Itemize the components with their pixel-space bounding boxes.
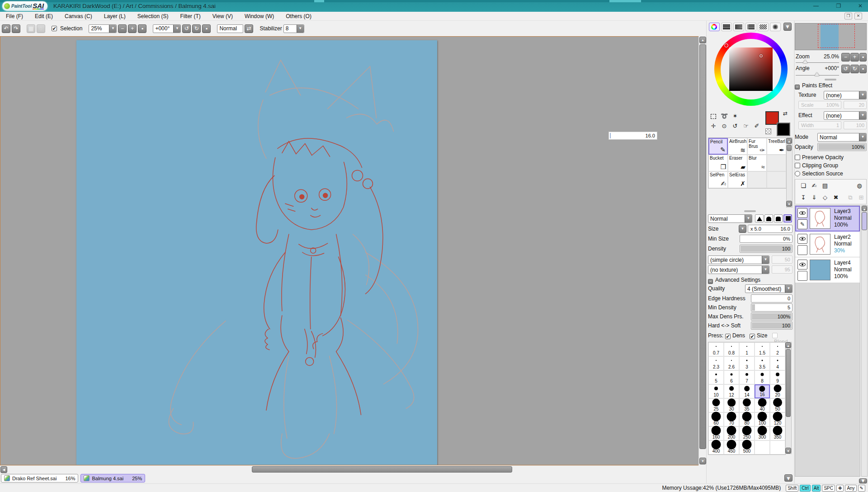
sv-cursor[interactable] <box>760 54 763 57</box>
preserve-opacity-checkbox[interactable] <box>795 155 800 160</box>
scroll-up-icon[interactable]: ▲ <box>699 37 706 43</box>
zoom-tool[interactable]: ⊙ <box>720 122 729 131</box>
doc-tab-drako-ref-sheet-sai[interactable]: Drako Ref Sheet.sai16% <box>1 474 78 483</box>
layer-texture-combo[interactable]: (none) ▼ <box>824 91 867 99</box>
swap-icon[interactable]: ⇄ <box>245 24 253 33</box>
brush-size-2[interactable]: 2 <box>770 342 785 356</box>
brush-size-16[interactable]: 16 <box>755 384 770 398</box>
brush-size-100[interactable]: 100 <box>755 412 770 426</box>
tool-bucket[interactable]: Bucket❒ <box>708 155 728 171</box>
size-unit-button[interactable]: ▼ <box>739 225 746 233</box>
layers-scrollbar[interactable]: ▲ <box>861 205 868 477</box>
saturation-value-square[interactable] <box>729 47 773 91</box>
menu-selection[interactable]: Selection (S) <box>132 12 175 20</box>
navigator-viewport-rect[interactable] <box>818 24 855 48</box>
paste-layer-button[interactable]: ⧉ <box>846 193 855 202</box>
brush-size-120[interactable]: 120 <box>770 412 785 426</box>
layer-edit-indicator[interactable] <box>797 245 807 255</box>
brush-size-4[interactable]: 4 <box>770 356 785 370</box>
chevron-down-icon[interactable]: ▼ <box>859 91 866 99</box>
brush-size-0.8[interactable]: 0.8 <box>724 342 739 356</box>
layer-mask-button[interactable]: ◍ <box>855 181 864 190</box>
brush-size-350[interactable]: 350 <box>770 426 785 440</box>
nav-zoom-reset-button[interactable]: ▪ <box>859 53 867 62</box>
zoom-in-button[interactable]: + <box>128 24 137 33</box>
brush-size-300[interactable]: 300 <box>755 426 770 440</box>
chevron-down-icon[interactable]: ▼ <box>173 25 180 33</box>
brush-size-400[interactable]: 400 <box>708 440 724 454</box>
layer-item-layer4[interactable]: Layer4Normal100% <box>795 257 860 283</box>
brush-size-20[interactable]: 20 <box>770 384 785 398</box>
chevron-down-icon[interactable]: ▼ <box>785 285 792 293</box>
vertical-scroll-thumb[interactable] <box>699 44 706 449</box>
new-layer-button[interactable]: ❏ <box>799 181 808 190</box>
zoom-reset-button[interactable]: ▪ <box>138 24 146 33</box>
tool-grid-scrollbar[interactable]: ▲ ▼ <box>786 137 793 208</box>
clipping-group-checkbox[interactable] <box>795 163 800 168</box>
scroll-up-icon[interactable]: ▲ <box>862 206 867 211</box>
brush-size-80[interactable]: 80 <box>739 412 755 426</box>
new-linework-layer-button[interactable]: ✍ <box>810 181 819 190</box>
brush-texture-combo[interactable]: (no texture) ▼ <box>708 265 769 274</box>
chevron-down-icon[interactable]: ▼ <box>859 112 866 119</box>
brush-size-2.6[interactable]: 2.6 <box>724 356 739 370</box>
brush-size-35[interactable]: 35 <box>739 398 755 412</box>
size-grid-scrollbar[interactable]: ▲ ▼ <box>785 342 792 454</box>
tool-scroll-thumb[interactable] <box>787 145 792 151</box>
brush-size-500[interactable]: 500 <box>739 440 755 454</box>
doc-tab-balmung-4-sai[interactable]: Balmung 4.sai25% <box>80 474 145 483</box>
brush-size-9[interactable]: 9 <box>770 370 785 384</box>
layer-effect-combo[interactable]: (none) ▼ <box>824 111 867 120</box>
brush-shape-combo[interactable]: (simple circle) ▼ <box>708 255 769 264</box>
angle-reset-button[interactable]: ▪ <box>202 24 211 33</box>
tool-pencil[interactable]: Pencil✎ <box>708 138 728 155</box>
advanced-settings-header[interactable]: −Advanced Settings <box>708 277 760 284</box>
scroll-down-icon[interactable]: ▼ <box>785 448 791 454</box>
hue-cursor[interactable] <box>724 43 728 47</box>
stabilizer-combo[interactable]: 8 ▼ <box>283 24 304 33</box>
layers-scroll-thumb[interactable] <box>862 212 867 230</box>
layer-visibility-toggle[interactable] <box>797 260 807 270</box>
layer-visibility-toggle[interactable] <box>797 208 807 218</box>
color-wheel-tab[interactable] <box>709 23 720 31</box>
selection-mode-combo[interactable]: Normal <box>217 24 243 33</box>
brush-edge-hard-button[interactable] <box>764 214 773 222</box>
scroll-left-icon[interactable]: ◀ <box>0 466 7 473</box>
column-bottom-menu-button[interactable]: ▼ <box>784 474 793 482</box>
chevron-down-icon[interactable]: ▼ <box>109 25 116 33</box>
move-tool[interactable]: ✛ <box>709 122 718 131</box>
nav-rotate-ccw-button[interactable]: ↺ <box>841 65 850 73</box>
chevron-down-icon[interactable]: ▼ <box>859 133 866 141</box>
selection-invert-button[interactable]: ◌ <box>37 24 45 33</box>
press-blend-checkbox[interactable] <box>772 333 778 338</box>
panel-menu-button[interactable]: ▼ <box>783 23 792 31</box>
brush-size-0.7[interactable]: 0.7 <box>708 342 724 356</box>
layer-edit-indicator[interactable] <box>797 271 807 281</box>
brush-edge-softest-button[interactable] <box>783 214 792 222</box>
brush-size-50[interactable]: 50 <box>770 398 785 412</box>
horizontal-scrollbar[interactable]: ◀ <box>0 465 698 473</box>
brush-size-14[interactable]: 14 <box>739 384 755 398</box>
scroll-up-icon[interactable]: ▲ <box>785 342 791 348</box>
min-size-field[interactable]: 0% <box>740 235 793 243</box>
tool-selpen[interactable]: SelPen✍ <box>708 171 728 188</box>
mdi-restore-button[interactable]: ❐ <box>844 13 852 19</box>
brush-size-40[interactable]: 40 <box>755 398 770 412</box>
brush-size-70[interactable]: 70 <box>724 412 739 426</box>
rect-select-tool[interactable] <box>709 112 718 121</box>
brush-size-3.5[interactable]: 3.5 <box>755 356 770 370</box>
press-dens-checkbox[interactable]: ✔ <box>725 334 731 339</box>
menu-others[interactable]: Others (O) <box>280 12 317 20</box>
clear-layer-button[interactable]: ◇ <box>821 193 830 202</box>
selection-checkbox[interactable]: ✔ <box>52 26 57 31</box>
tool-fur-brus[interactable]: Fur Brus✑ <box>747 138 767 155</box>
eyedropper-tool[interactable]: ✐ <box>752 122 761 131</box>
tool-seleras[interactable]: SelEras✗ <box>728 171 747 188</box>
menu-canvas[interactable]: Canvas (C) <box>59 12 98 20</box>
panel-divider-grip[interactable] <box>744 210 756 212</box>
chevron-down-icon[interactable]: ▼ <box>762 266 769 274</box>
navigator-preview[interactable] <box>795 23 867 50</box>
size-scroll-thumb[interactable] <box>786 349 791 417</box>
brush-size-250[interactable]: 250 <box>739 426 755 440</box>
undo-button[interactable]: ↶ <box>2 24 10 33</box>
